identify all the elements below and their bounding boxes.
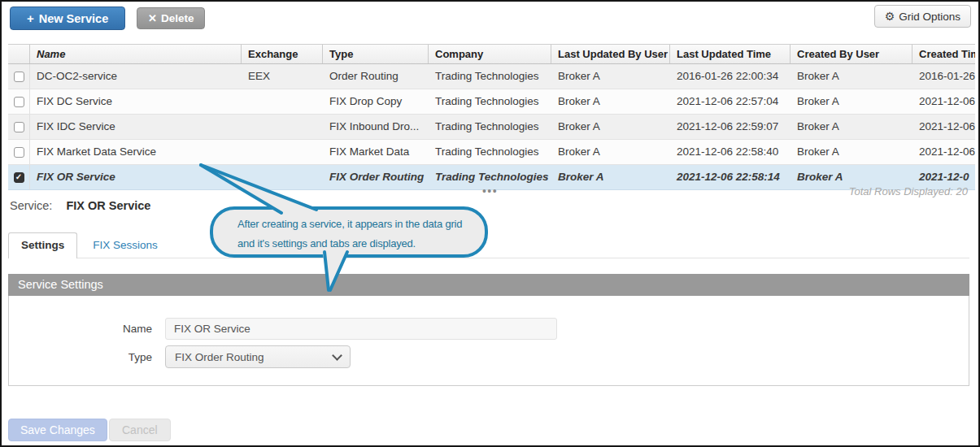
cell: Broker A xyxy=(551,64,670,89)
table-row[interactable]: FIX Market Data ServiceFIX Market DataTr… xyxy=(8,140,975,165)
cell xyxy=(242,89,323,114)
grid-header-row: NameExchangeTypeCompanyLast Updated By U… xyxy=(8,44,975,64)
cell: 2021-12-06 22:59:07 xyxy=(670,115,791,139)
row-checkbox[interactable] xyxy=(14,122,24,132)
tab-fix-sessions[interactable]: FIX Sessions xyxy=(77,232,173,258)
cell: EEX xyxy=(242,64,323,89)
checkbox-cell xyxy=(8,64,30,89)
column-header-type[interactable]: Type xyxy=(323,45,429,63)
cell: FIX DC Service xyxy=(30,89,242,114)
cell: Broker A xyxy=(551,89,670,114)
annotation-callout: After creating a service, it appears in … xyxy=(210,206,488,258)
cell xyxy=(242,140,323,164)
checkbox-cell xyxy=(8,89,30,114)
service-admin-page: +New Service ✕Delete ⚙Grid Options NameE… xyxy=(0,0,980,447)
cell: 2021-12-06 xyxy=(912,115,975,139)
cell: FIX Inbound Dro... xyxy=(323,115,429,139)
chevron-down-icon xyxy=(332,350,342,361)
cell: DC-OC2-service xyxy=(30,64,242,89)
new-service-button[interactable]: +New Service xyxy=(10,7,125,30)
grid-options-button[interactable]: ⚙Grid Options xyxy=(874,5,971,28)
cell: Broker A xyxy=(551,115,670,139)
cell: FIX Market Data Service xyxy=(30,140,242,164)
cell: 2021-12-06 xyxy=(912,140,975,164)
checkbox-cell xyxy=(8,115,30,139)
column-header-checkbox[interactable] xyxy=(8,45,30,63)
cell: 2021-12-06 xyxy=(912,89,975,114)
cell: Broker A xyxy=(551,140,670,164)
name-field-label: Name xyxy=(9,323,165,335)
cell: Trading Technologies xyxy=(429,115,551,139)
x-icon: ✕ xyxy=(148,12,157,24)
service-heading: Service: FIX OR Service xyxy=(10,199,150,212)
type-select-value: FIX Order Routing xyxy=(175,351,264,363)
tab-bar: Settings FIX Sessions xyxy=(8,232,969,258)
column-header-exchange[interactable]: Exchange xyxy=(242,45,323,63)
save-changes-button[interactable]: Save Changes xyxy=(8,419,107,441)
cell: Broker A xyxy=(791,115,912,139)
cell: Broker A xyxy=(791,89,912,114)
service-name-value: FIX OR Service xyxy=(66,199,150,212)
cell: 2021-12-06 22:58:40 xyxy=(670,140,791,164)
row-checkbox[interactable]: ✓ xyxy=(14,172,24,183)
cell: 2021-12-06 22:57:04 xyxy=(670,89,791,114)
grid-options-label: Grid Options xyxy=(899,11,960,23)
service-label: Service: xyxy=(10,199,52,212)
cell: Trading Technologies xyxy=(429,89,551,114)
type-field-row: Type FIX Order Routing xyxy=(9,345,969,368)
table-row[interactable]: FIX IDC ServiceFIX Inbound Dro...Trading… xyxy=(8,115,975,140)
cell: FIX IDC Service xyxy=(30,115,242,139)
column-header-name[interactable]: Name xyxy=(30,45,242,63)
cell: Trading Technologies xyxy=(429,64,551,89)
cancel-button[interactable]: Cancel xyxy=(109,419,171,441)
service-settings-panel: Name Type FIX Order Routing xyxy=(8,296,969,386)
total-rows-label: Total Rows Displayed: 20 xyxy=(849,185,968,197)
delete-label: Delete xyxy=(161,12,194,24)
name-input[interactable] xyxy=(165,318,557,340)
checkbox-cell xyxy=(8,140,30,164)
column-header-last-updated-time[interactable]: Last Updated Time xyxy=(670,45,791,63)
cell: 2016-01-26 xyxy=(912,64,975,89)
cell: Trading Technologies xyxy=(429,140,551,164)
row-checkbox[interactable] xyxy=(14,97,24,107)
cell: FIX Market Data xyxy=(323,140,429,164)
table-row[interactable]: DC-OC2-serviceEEXOrder RoutingTrading Te… xyxy=(8,64,975,89)
column-header-last-updated-by-user[interactable]: Last Updated By User xyxy=(551,45,670,63)
name-field-row: Name xyxy=(9,318,969,340)
delete-button[interactable]: ✕Delete xyxy=(137,7,205,29)
cell: Order Routing xyxy=(323,64,429,89)
new-service-label: New Service xyxy=(39,12,108,25)
table-row[interactable]: FIX DC ServiceFIX Drop CopyTrading Techn… xyxy=(8,89,975,115)
column-header-created-by-user[interactable]: Created By User xyxy=(791,45,912,63)
column-header-created-tim[interactable]: Created Tim xyxy=(912,45,975,63)
type-field-label: Type xyxy=(9,351,165,363)
tab-settings[interactable]: Settings xyxy=(8,232,77,258)
grid-resize-handle[interactable]: ••• xyxy=(2,184,978,197)
row-checkbox[interactable] xyxy=(14,72,24,82)
gear-icon: ⚙ xyxy=(885,10,895,23)
services-data-grid: NameExchangeTypeCompanyLast Updated By U… xyxy=(8,44,975,190)
plus-icon: + xyxy=(27,11,34,25)
type-select[interactable]: FIX Order Routing xyxy=(165,345,351,368)
cell: Broker A xyxy=(791,140,912,164)
row-checkbox[interactable] xyxy=(14,147,24,158)
service-settings-panel-title: Service Settings xyxy=(8,274,969,296)
cell: Broker A xyxy=(791,64,912,89)
cell: FIX Drop Copy xyxy=(323,89,429,114)
column-header-company[interactable]: Company xyxy=(429,45,551,63)
cell xyxy=(242,115,323,139)
cell: 2016-01-26 22:00:34 xyxy=(670,64,791,89)
grid-body: DC-OC2-serviceEEXOrder RoutingTrading Te… xyxy=(8,64,975,190)
